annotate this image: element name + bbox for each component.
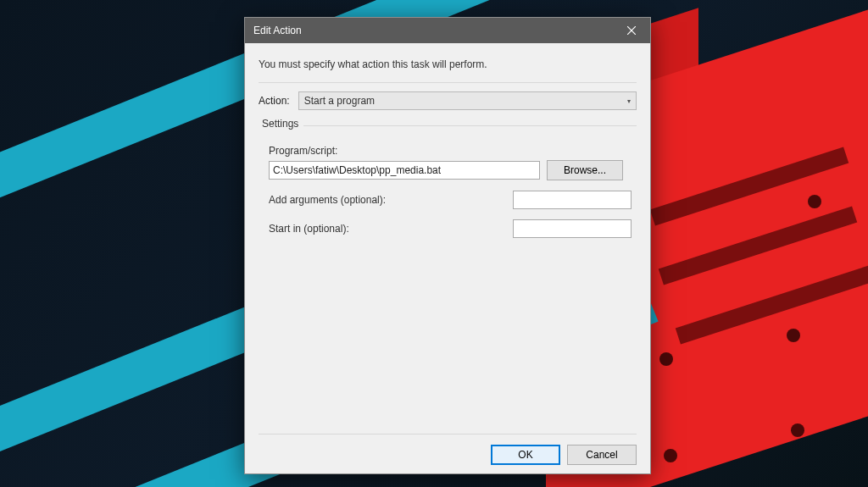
arguments-input[interactable] <box>513 191 632 209</box>
program-script-label: Program/script: <box>269 145 632 157</box>
close-button[interactable] <box>612 18 650 43</box>
action-label: Action: <box>259 95 290 107</box>
dialog-title: Edit Action <box>253 25 302 36</box>
settings-group: Settings Program/script: Browse... Add a… <box>259 125 637 248</box>
edit-action-dialog: Edit Action You must specify what action… <box>244 17 651 474</box>
titlebar[interactable]: Edit Action <box>245 18 650 43</box>
startin-label: Start in (optional): <box>269 223 349 235</box>
close-icon <box>627 26 636 35</box>
dialog-buttons: OK Cancel <box>259 434 637 465</box>
settings-group-label: Settings <box>259 118 303 130</box>
dialog-content: You must specify what action this task w… <box>245 43 650 473</box>
program-script-input[interactable] <box>269 161 540 180</box>
action-dropdown-value: Start a program <box>304 95 375 107</box>
instruction-text: You must specify what action this task w… <box>259 58 637 70</box>
action-row: Action: Start a program ▾ <box>259 91 637 110</box>
startin-input[interactable] <box>513 219 632 238</box>
divider <box>259 82 637 83</box>
browse-button[interactable]: Browse... <box>547 160 623 180</box>
arguments-label: Add arguments (optional): <box>269 194 386 206</box>
ok-button[interactable]: OK <box>491 445 560 465</box>
chevron-down-icon: ▾ <box>627 97 631 105</box>
cancel-button[interactable]: Cancel <box>567 445 637 465</box>
action-dropdown[interactable]: Start a program ▾ <box>298 91 637 110</box>
